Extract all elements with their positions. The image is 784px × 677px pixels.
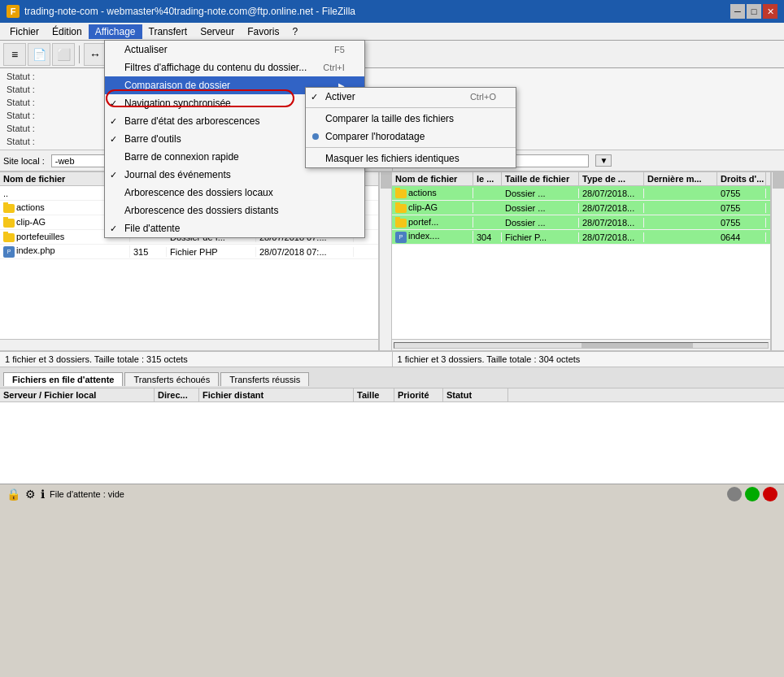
queue-table-header: Serveur / Fichier local Direc... Fichier…	[0, 388, 784, 402]
toolbar-btn-4[interactable]: ↔	[84, 43, 107, 66]
left-col-name[interactable]: Nom de fichier	[0, 172, 130, 185]
right-col-size[interactable]: Taille de fichier	[502, 172, 579, 185]
status-line-4: Statut :	[7, 109, 777, 122]
left-col-type[interactable]: Type de fichier	[167, 172, 256, 185]
maximize-button[interactable]: □	[747, 4, 761, 19]
left-pane-rows: .. actions Dossier de f... 28/07/2018 07…	[0, 186, 378, 339]
toolbar-sep-1	[79, 46, 80, 63]
lock-icon: 🔒	[7, 488, 20, 501]
connection-status-icons	[727, 487, 777, 501]
toolbar-btn-5[interactable]: ⚙	[108, 43, 131, 66]
queue-body	[0, 402, 784, 484]
table-row[interactable]: clip-AG Dossier ... 28/07/2018... 0755	[392, 201, 770, 215]
menu-fichier[interactable]: Fichier	[3, 24, 46, 39]
table-row[interactable]: Pindex.php 315 Fichier PHP 28/07/2018 07…	[0, 245, 378, 259]
status-line-2: Statut :	[7, 83, 777, 96]
table-row[interactable]: portefeuilles Dossier de f... 28/07/2018…	[0, 230, 378, 245]
site-bar-distant: stant : ▼	[393, 150, 785, 171]
menu-serveur[interactable]: Serveur	[194, 24, 241, 39]
right-col-date[interactable]: Dernière m...	[644, 172, 717, 185]
file-panes: Nom de fichier Taille Type de fichier De…	[0, 172, 784, 351]
app-icon: F	[7, 5, 20, 18]
menu-bar: Fichier Édition Affichage Transfert Serv…	[0, 23, 784, 41]
right-col-rights[interactable]: Droits d'...	[717, 172, 766, 185]
window-title: trading-note-com - webmaster%40trading-n…	[24, 6, 355, 17]
status-area: Statut : Statut : Statut : Statut : Stat…	[0, 68, 784, 150]
gear-icon: ⚙	[25, 488, 36, 501]
site-local-label: Site local :	[3, 156, 45, 166]
status-line-1: Statut :	[7, 70, 777, 83]
title-bar: F trading-note-com - webmaster%40trading…	[0, 0, 784, 23]
summary-left: 1 fichier et 3 dossiers. Taille totale :…	[0, 352, 393, 367]
site-bar-local: Site local :	[0, 150, 393, 171]
menu-favoris[interactable]: Favoris	[241, 24, 285, 39]
menu-edition[interactable]: Édition	[46, 24, 89, 39]
status-line-3: Statut :	[7, 96, 777, 109]
site-local-input[interactable]	[51, 154, 198, 167]
status-line-5: Statut :	[7, 122, 777, 135]
queue-col-dir[interactable]: Direc...	[155, 388, 199, 401]
right-pane-scrollbar-v[interactable]	[771, 172, 784, 350]
left-pane-header: Nom de fichier Taille Type de fichier De…	[0, 172, 378, 186]
status-icon-gray	[727, 487, 742, 501]
left-scrollbar[interactable]	[0, 339, 378, 350]
status-line-6: Statut :	[7, 135, 777, 148]
left-pane: Nom de fichier Taille Type de fichier De…	[0, 172, 379, 350]
site-distant-input[interactable]	[426, 154, 589, 167]
left-col-size[interactable]: Taille	[130, 172, 167, 185]
site-distant-dropdown-btn[interactable]: ▼	[595, 154, 612, 167]
status-bar-icons: 🔒 ⚙ ℹ File d'attente : vide	[7, 488, 124, 501]
tab-success[interactable]: Transferts réussis	[220, 372, 309, 386]
right-col-type[interactable]: Type de ...	[579, 172, 644, 185]
right-col-le[interactable]: le ...	[473, 172, 502, 185]
right-pane-rows: actions Dossier ... 28/07/2018... 0755 c…	[392, 186, 770, 339]
status-bar: 🔒 ⚙ ℹ File d'attente : vide	[0, 484, 784, 503]
tab-failed[interactable]: Transferts échoués	[124, 372, 219, 386]
queue-header: Fichiers en file d'attente Transferts éc…	[0, 367, 784, 388]
status-icon-red	[763, 487, 777, 501]
table-row[interactable]: Pindex.... 304 Fichier P... 28/07/2018..…	[392, 230, 770, 245]
table-row[interactable]: portef... Dossier ... 28/07/2018... 0755	[392, 215, 770, 230]
window-controls[interactable]: ─ □ ✕	[730, 4, 777, 19]
queue-col-server[interactable]: Serveur / Fichier local	[0, 388, 155, 401]
queue-col-status[interactable]: Statut	[443, 388, 508, 401]
queue-col-remote[interactable]: Fichier distant	[199, 388, 354, 401]
queue-col-size[interactable]: Taille	[354, 388, 394, 401]
toolbar-btn-1[interactable]: ≡	[3, 43, 26, 66]
table-row[interactable]: actions Dossier ... 28/07/2018... 0755	[392, 186, 770, 201]
site-bars: Site local : stant : ▼	[0, 150, 784, 172]
left-col-date[interactable]: Dernière m...	[256, 172, 354, 185]
toolbar-btn-2[interactable]: 📄	[28, 43, 50, 66]
table-row[interactable]: clip-AG Dossier de f... 28/07/2018 07:..…	[0, 215, 378, 230]
site-distant-label: stant :	[396, 156, 420, 166]
right-pane: Nom de fichier le ... Taille de fichier …	[392, 172, 771, 350]
close-button[interactable]: ✕	[763, 4, 777, 19]
tab-queue[interactable]: Fichiers en file d'attente	[3, 372, 123, 386]
site-local-dropdown[interactable]	[204, 154, 326, 168]
right-col-name[interactable]: Nom de fichier	[392, 172, 473, 185]
queue-status-text: File d'attente : vide	[50, 489, 124, 499]
summary-right: 1 fichier et 3 dossiers. Taille totale :…	[393, 352, 785, 367]
toolbar-btn-3[interactable]: ⬜	[52, 43, 75, 66]
left-pane-scrollbar-v[interactable]	[379, 172, 392, 350]
right-pane-header: Nom de fichier le ... Taille de fichier …	[392, 172, 770, 186]
table-row[interactable]: ..	[0, 186, 378, 201]
queue-col-priority[interactable]: Priorité	[394, 388, 443, 401]
status-icon-green	[745, 487, 760, 501]
menu-affichage[interactable]: Affichage	[89, 24, 142, 39]
toolbar: ≡ 📄 ⬜ ↔ ⚙	[0, 41, 784, 68]
right-scrollbar-h[interactable]	[392, 339, 770, 350]
title-bar-left: F trading-note-com - webmaster%40trading…	[7, 5, 355, 18]
queue-area: Fichiers en file d'attente Transferts éc…	[0, 367, 784, 484]
menu-transfert[interactable]: Transfert	[142, 24, 194, 39]
summary-bar: 1 fichier et 3 dossiers. Taille totale :…	[0, 351, 784, 367]
minimize-button[interactable]: ─	[730, 4, 745, 19]
info-icon: ℹ	[41, 488, 45, 501]
table-row[interactable]: actions Dossier de f... 28/07/2018 07:..…	[0, 201, 378, 215]
menu-help[interactable]: ?	[286, 24, 305, 39]
